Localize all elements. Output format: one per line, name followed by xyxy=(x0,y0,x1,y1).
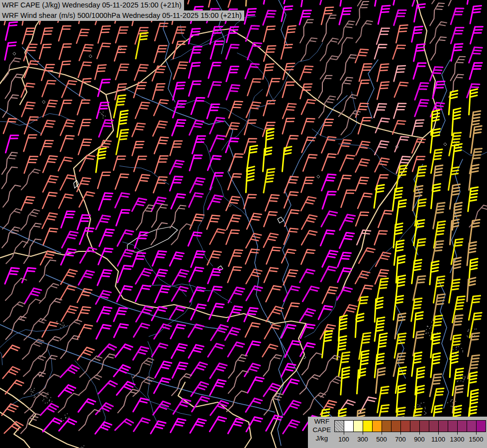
legend-title-line: CAPE xyxy=(309,426,335,434)
legend-swatch xyxy=(335,421,344,432)
legend-swatch xyxy=(429,421,439,432)
legend-title-line: WRF xyxy=(309,417,335,426)
legend-tick xyxy=(476,432,477,435)
legend-tick-label: 300 xyxy=(353,436,373,443)
legend-tick-label: 1100 xyxy=(428,436,448,443)
legend-swatch xyxy=(401,421,410,432)
map-title-shear-line: WRF Wind shear (m/s) 500/1000hPa Wednesd… xyxy=(0,10,244,21)
legend-swatch xyxy=(354,421,363,432)
legend-title: WRFCAPEJ/kg xyxy=(309,417,335,443)
legend-swatch xyxy=(477,421,486,432)
legend-swatch xyxy=(373,421,382,432)
legend-tick xyxy=(438,432,439,435)
legend-swatch xyxy=(448,421,458,432)
cape-legend: WRFCAPEJ/kg 100300500700900110013001500 xyxy=(308,417,487,448)
legend-tick-label: 1300 xyxy=(447,436,467,443)
legend-swatch xyxy=(458,421,467,432)
legend-swatch xyxy=(467,421,477,432)
legend-tick-label: 700 xyxy=(390,436,410,443)
legend-swatch xyxy=(439,421,448,432)
legend-colorbar xyxy=(334,420,486,432)
legend-swatch xyxy=(344,421,354,432)
weather-map-canvas xyxy=(0,0,487,448)
legend-tick-label: 900 xyxy=(409,436,429,443)
legend-tick xyxy=(419,432,420,435)
legend-swatch xyxy=(410,421,420,432)
legend-tick xyxy=(344,432,344,435)
legend-swatch xyxy=(382,421,391,432)
legend-tick-label: 1500 xyxy=(466,436,486,443)
legend-swatch xyxy=(363,421,373,432)
legend-tick xyxy=(363,432,363,435)
map-title-cape-text: WRF CAPE (J/kg) Wednesday 05-11-2025 15:… xyxy=(2,1,182,9)
map-title-cape-line: WRF CAPE (J/kg) Wednesday 05-11-2025 15:… xyxy=(0,0,184,10)
legend-tick-label: 100 xyxy=(334,436,354,443)
legend-tick xyxy=(457,432,458,435)
legend-title-line: J/kg xyxy=(309,434,335,443)
legend-tick-label: 500 xyxy=(372,436,391,443)
map-title-shear-text: WRF Wind shear (m/s) 500/1000hPa Wednesd… xyxy=(2,11,242,19)
legend-tick xyxy=(382,432,382,435)
legend-swatch xyxy=(391,421,401,432)
legend-tick xyxy=(400,432,401,435)
weather-map-stage: WRF CAPE (J/kg) Wednesday 05-11-2025 15:… xyxy=(0,0,487,448)
legend-swatch xyxy=(420,421,429,432)
